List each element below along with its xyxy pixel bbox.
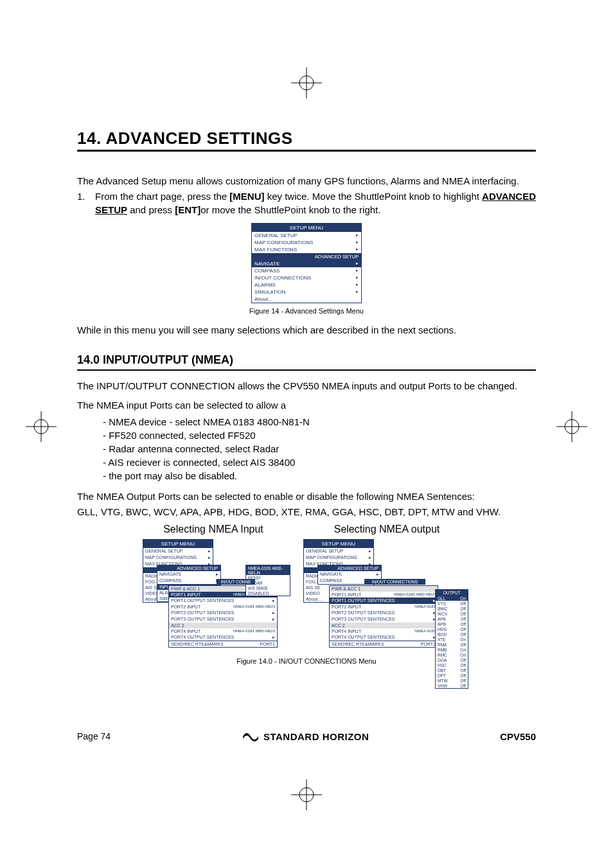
output-sentence-row: VTGOff	[436, 601, 468, 606]
dash-list: NMEA device - select NMEA 0183 4800-N81-…	[103, 415, 536, 483]
menu-item-about: About...	[252, 296, 361, 303]
figure-left-graphic: SETUP MENU GENERAL SETUP MAP CONFIGURATI…	[143, 539, 284, 648]
menu-item: GENERAL SETUP	[252, 232, 361, 239]
output-sentence-row: APBOff	[436, 621, 468, 626]
step-1-text-d: or move the ShuttlePoint knob to the rig…	[200, 204, 380, 215]
output-sentences-popup: OUTPUT GLLOnVTGOffBWCOffWCVOffAPAOffAPBO…	[435, 589, 468, 689]
output-sentence-row: APAOff	[436, 616, 468, 621]
menu-item: SIMULATION	[252, 288, 361, 296]
chapter-title: 14. ADVANCED SETTINGS	[77, 128, 536, 148]
menu-item-highlighted: NAVIGATE	[252, 260, 361, 267]
output-sentence-row: DPTOff	[436, 673, 468, 678]
brand-name: STANDARD HORIZON	[263, 731, 369, 742]
output-sentence-row: MTWOff	[436, 678, 468, 683]
dash-item: Radar antenna connected, select Radar	[103, 442, 536, 456]
step-1-text-b: key twice. Move the ShuttlePoint knob to…	[264, 191, 482, 202]
setup-menu-title: SETUP MENU	[252, 224, 361, 232]
output-sentence-row: VHWOff	[436, 683, 468, 688]
heading-rule	[77, 150, 536, 152]
figure-right-graphic: SETUP MENU GENERAL SETUP MAP CONFIGURATI…	[303, 539, 470, 680]
dash-item: NMEA device - select NMEA 0183 4800-N81-…	[103, 415, 536, 429]
section-14-0-title: 14.0 INPUT/OUTPUT (NMEA)	[77, 353, 536, 367]
step-1-text-a: From the chart page, press the	[95, 191, 229, 202]
output-sentence-row: HSCOff	[436, 662, 468, 668]
figure-right: Selecting NMEA output SETUP MENU GENERAL…	[303, 524, 470, 680]
menu-item: COMPASS	[252, 267, 361, 274]
registration-mark-bottom	[291, 779, 322, 810]
dash-item: the port may also be disabled.	[103, 469, 536, 483]
output-sentence-row: GLLOn	[436, 596, 468, 601]
output-sentence-row: WCVOff	[436, 611, 468, 616]
output-sentence-row: BWCOff	[436, 606, 468, 611]
menu-item: MAP CONFIGURATIONS	[252, 239, 361, 246]
page-footer: Page 74 STANDARD HORIZON CPV550	[77, 730, 536, 743]
menu-item: IN/OUT CONNECTIONS	[252, 274, 361, 281]
step-1-number: 1.	[77, 190, 95, 217]
menu-item: ALARMS	[252, 281, 361, 288]
brand-logo: STANDARD HORIZON	[242, 730, 369, 743]
registration-mark-top	[291, 67, 322, 98]
ent-key-label: [ENT]	[175, 204, 200, 215]
registration-mark-left	[26, 411, 57, 442]
dash-item: FF520 connected, selected FF520	[103, 429, 536, 442]
figure-14-caption: Figure 14 - Advanced Settings Menu	[249, 307, 364, 315]
figure-right-title: Selecting NMEA output	[334, 524, 440, 535]
figure-14: SETUP MENU GENERAL SETUP MAP CONFIGURATI…	[77, 223, 536, 315]
output-sentence-row: XTEOn	[436, 637, 468, 642]
figure-14-0-row: Selecting NMEA Input SETUP MENU GENERAL …	[77, 524, 536, 680]
figure-left-title: Selecting NMEA Input	[163, 524, 263, 535]
while-paragraph: While in this menu you will see many sel…	[77, 324, 536, 337]
section-p1: The INPUT/OUTPUT CONNECTION allows the C…	[77, 380, 536, 393]
output-sentence-row: RMBOn	[436, 647, 468, 652]
step-1-text-c: and press	[127, 204, 175, 215]
menu-section-header: ADVANCED SETUP	[252, 253, 361, 260]
output-sentence-row: RMCOn	[436, 652, 468, 657]
intro-paragraph: The Advanced Setup menu allows customiza…	[77, 175, 536, 188]
page-number: Page 74	[77, 731, 111, 741]
output-sentence-row: HDGOff	[436, 626, 468, 632]
section-p4: GLL, VTG, BWC, WCV, APA, APB, HDG, BOD, …	[77, 506, 536, 518]
panel-title: SETUP MENU	[143, 540, 213, 548]
step-1-body: From the chart page, press the [MENU] ke…	[95, 190, 536, 217]
output-sentence-row: DBTOff	[436, 668, 468, 673]
menu-item: MAX FUNCTIONS	[252, 246, 361, 253]
output-sentence-row: BODOff	[436, 632, 468, 637]
step-1: 1. From the chart page, press the [MENU]…	[77, 190, 536, 217]
output-sentence-row: RMAOff	[436, 642, 468, 647]
registration-mark-right	[556, 411, 587, 442]
section-p3: The NMEA Output Ports can be selected to…	[77, 490, 536, 503]
setup-menu-screenshot: SETUP MENU GENERAL SETUP MAP CONFIGURATI…	[251, 223, 362, 303]
menu-key-label: [MENU]	[229, 191, 264, 202]
section-p2: The NMEA input Ports can be selected to …	[77, 399, 536, 412]
output-sentence-row: GGAOff	[436, 657, 468, 662]
dash-item: AIS reciever is connected, select AIS 38…	[103, 456, 536, 469]
model-name: CPV550	[500, 731, 536, 742]
section-rule	[77, 369, 536, 371]
